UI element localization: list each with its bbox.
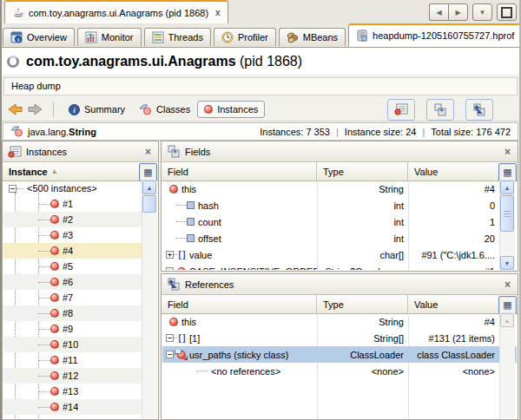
document-tab-anagrams[interactable]: com.toy.anagrams.ui.Anagrams (pid 1868) …	[4, 0, 228, 23]
expand-icon[interactable]: +	[166, 251, 174, 259]
instance-item[interactable]: −<500 instances>	[3, 180, 142, 196]
back-button[interactable]	[7, 102, 23, 116]
scroll-tabs-right-button[interactable]: ▶	[448, 3, 468, 21]
instances-list-icon	[394, 103, 408, 115]
type-column-header[interactable]: Type	[316, 162, 407, 180]
instance-label: #13	[63, 386, 78, 397]
collapse-icon[interactable]: −	[9, 185, 16, 193]
field-row[interactable]: offsetint20	[162, 230, 517, 246]
toggle-instances-pane-button[interactable]	[387, 99, 415, 121]
instance-item[interactable]: #11	[3, 352, 142, 368]
toggle-fields-pane-button[interactable]	[426, 99, 454, 121]
instance-item[interactable]: #9	[3, 321, 142, 337]
instance-item[interactable]: #13	[3, 384, 142, 399]
references-table-settings-button[interactable]: ▦	[498, 296, 517, 314]
instance-item[interactable]: #14	[3, 399, 142, 415]
close-references-panel-button[interactable]: ×	[503, 279, 512, 291]
view-tab-mbeans[interactable]: MBeans	[279, 28, 346, 46]
field-name: [1]	[189, 333, 200, 344]
field-cell: +CASE_INSENSITIVE_ORDER	[162, 266, 317, 271]
fields-column-headers: Field Type Value ▦	[162, 162, 518, 181]
tree-connector	[197, 371, 208, 371]
reference-row[interactable]: −[][1]String[]#131 (21 items)	[162, 330, 517, 346]
tree-connector	[38, 360, 50, 361]
expand-icon[interactable]: +	[166, 267, 174, 270]
scroll-up-button[interactable]: ▲	[142, 180, 156, 194]
instances-view-button[interactable]: Instances	[197, 101, 265, 118]
instance-dot-icon	[169, 185, 178, 194]
summary-view-button[interactable]: i Summary	[62, 101, 132, 119]
type-column-header[interactable]: Type	[316, 295, 407, 313]
instance-column-header[interactable]: Instance▲	[3, 162, 139, 180]
view-tab-profiler[interactable]: Profiler	[214, 28, 276, 46]
field-name: <no references>	[211, 366, 280, 377]
instance-dot-icon	[50, 340, 59, 349]
instance-item[interactable]: #8	[3, 305, 142, 321]
instance-item[interactable]: #7	[3, 290, 142, 305]
value-column-header[interactable]: Value	[407, 162, 498, 180]
classes-view-button[interactable]: Classes	[132, 101, 197, 119]
fields-pane-icon	[433, 103, 447, 116]
toggle-references-pane-button[interactable]	[465, 99, 493, 121]
field-row[interactable]: thisString#4	[162, 180, 517, 197]
instances-scrollbar[interactable]: ▲	[142, 180, 157, 418]
tree-connector	[38, 282, 50, 283]
tab-close-icon[interactable]: x	[215, 8, 221, 17]
collapse-icon[interactable]: −	[166, 334, 174, 342]
instance-item[interactable]: #3	[3, 227, 142, 243]
scroll-up-button[interactable]: ▲	[500, 180, 514, 194]
scroll-up-button[interactable]: ▲	[500, 313, 514, 327]
instance-item[interactable]: #4	[3, 243, 142, 259]
reference-row[interactable]: −usr_paths (sticky class)ClassLoaderclas…	[162, 346, 517, 363]
field-type: char[]	[317, 250, 408, 260]
fields-scrollbar[interactable]: ▲ ▼	[499, 180, 515, 270]
reference-row[interactable]: <no references><none><none>	[162, 363, 517, 379]
references-panel: References × Field Type Value ▦ thisStri…	[161, 273, 518, 420]
forward-button[interactable]	[27, 102, 43, 116]
close-fields-panel-button[interactable]: ×	[503, 146, 512, 158]
close-instances-panel-button[interactable]: ×	[143, 146, 153, 158]
field-row[interactable]: hashint0	[162, 197, 517, 213]
view-tab-overview[interactable]: iOverview	[3, 28, 75, 46]
tab-list-dropdown-button[interactable]: ▼	[472, 3, 492, 21]
instance-label: #14	[63, 402, 78, 412]
instance-item[interactable]: #2	[3, 212, 142, 227]
instance-dot-icon	[50, 356, 59, 364]
instance-dot-icon	[169, 318, 178, 326]
scrollbar-thumb[interactable]	[142, 195, 156, 213]
instance-item[interactable]: #5	[3, 259, 142, 274]
field-row[interactable]: +CASE_INSENSITIVE_ORDERString$CaseInse..…	[162, 263, 517, 270]
reference-row[interactable]: thisString#4	[162, 313, 517, 330]
instance-item[interactable]: #15	[3, 415, 142, 418]
collapse-icon[interactable]: −	[166, 351, 174, 358]
field-row[interactable]: countint1	[162, 213, 517, 230]
maximize-tab-button[interactable]	[497, 3, 517, 21]
instances-panel-title: Instances	[26, 147, 139, 157]
instance-item[interactable]: #1	[3, 196, 142, 212]
field-value: 1	[408, 217, 499, 227]
scroll-down-button[interactable]: ▼	[500, 256, 514, 270]
view-tab-monitor[interactable]: Monitor	[77, 28, 142, 46]
field-type: String	[317, 184, 408, 194]
field-type: int	[317, 217, 408, 227]
instance-item[interactable]: #12	[3, 368, 142, 384]
scrollbar-thumb[interactable]	[500, 195, 514, 232]
heap-dump-section-label: Heap dump	[3, 77, 518, 95]
selected-class-bar: java.lang.String Instances: 7 353 | Inst…	[3, 122, 518, 141]
view-tab-heapdump-1205160755727-hprof[interactable]: heapdump-1205160755727.hprofx	[348, 23, 521, 47]
field-cell: this	[162, 184, 317, 194]
tree-connector	[38, 376, 50, 377]
field-row[interactable]: +[]valuechar[]#91 ("C:\jdk1.6....	[162, 246, 517, 263]
field-column-header[interactable]: Field	[162, 295, 316, 313]
field-value: #91 ("C:\jdk1.6....	[408, 250, 499, 260]
field-column-header[interactable]: Field	[162, 162, 316, 180]
thumb-grip	[504, 213, 511, 214]
value-column-header[interactable]: Value	[407, 295, 498, 313]
references-scrollbar[interactable]: ▲	[499, 313, 515, 418]
scroll-tabs-left-button[interactable]: ◀	[429, 3, 448, 21]
instances-table-settings-button[interactable]: ▦	[139, 163, 157, 181]
instance-item[interactable]: #6	[3, 274, 142, 290]
view-tab-threads[interactable]: Threads	[144, 28, 211, 46]
fields-table-settings-button[interactable]: ▦	[498, 163, 517, 181]
instance-item[interactable]: #10	[3, 337, 142, 352]
